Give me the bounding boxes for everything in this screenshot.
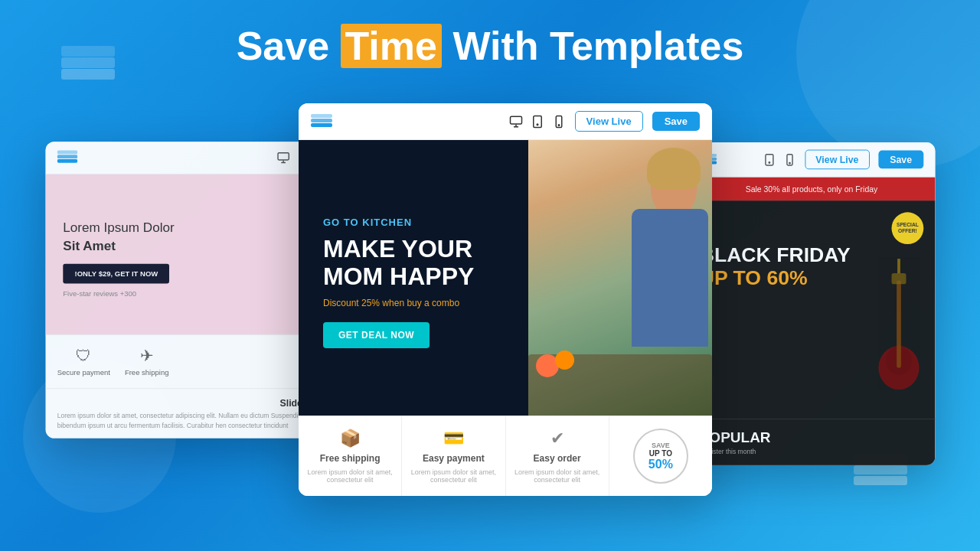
svg-rect-11 xyxy=(311,114,332,118)
right-view-live-button[interactable]: View Live xyxy=(805,150,870,170)
desktop-icon-left xyxy=(277,152,290,165)
left-feature-shipping: ✈ Free shipping xyxy=(125,347,169,377)
feature-order-sub: Lorem ipsum dolor sit amet, consectetur … xyxy=(514,468,601,484)
left-feature-secure: 🛡 Secure payment xyxy=(57,347,110,377)
highlight-word: Time xyxy=(341,24,442,68)
left-toolbar-logo xyxy=(57,149,82,167)
svg-rect-5 xyxy=(57,151,78,155)
svg-point-23 xyxy=(789,162,789,163)
save-word: SAVE xyxy=(652,442,670,449)
payment-icon: 💳 xyxy=(443,429,464,448)
percent-value: 50% xyxy=(648,458,673,471)
svg-point-14 xyxy=(537,124,538,126)
left-card-toolbar xyxy=(46,142,322,174)
right-card-popular: POPULAR Register this month xyxy=(688,419,936,465)
svg-rect-9 xyxy=(311,123,332,127)
slide-text: Lorem ipsum dolor sit amet, consectetur … xyxy=(57,412,311,430)
feature-shipping-label: Free shipping xyxy=(320,453,381,464)
template-card-left: Lorem Ipsum Dolor Sit Amet !ONLY $29, GE… xyxy=(46,142,322,439)
right-save-button[interactable]: Save xyxy=(878,151,923,169)
svg-rect-6 xyxy=(278,153,289,160)
svg-rect-12 xyxy=(510,116,521,124)
desktop-icon xyxy=(509,115,523,129)
center-features-bar: 📦 Free shipping Lorem ipsum dolor sit am… xyxy=(299,416,712,496)
feature-payment-sub: Lorem ipsum dolor sit amet, consectetur … xyxy=(410,468,497,484)
center-hero-text: GO TO KITCHEN MAKE YOUR MOM HAPPY Discou… xyxy=(299,140,528,416)
svg-rect-10 xyxy=(311,119,332,122)
center-toolbar-icons xyxy=(509,115,566,129)
feature-order-label: Easy order xyxy=(534,453,581,464)
right-card-toolbar: View Live Save xyxy=(688,142,936,178)
svg-rect-0 xyxy=(61,69,115,80)
center-hero-image xyxy=(528,140,712,416)
plane-icon: ✈ xyxy=(140,347,153,366)
shipping-icon: 📦 xyxy=(340,429,361,448)
template-card-right: View Live Save Sale 30% all products, on… xyxy=(688,142,936,465)
feature-save-badge: SAVE UP TO 50% xyxy=(609,416,712,496)
tablet-icon-right xyxy=(763,153,776,166)
special-text: SPECIAL xyxy=(897,223,919,228)
center-hero-discount: Discount 25% when buy a combo xyxy=(323,298,510,308)
mobile-icon xyxy=(552,115,566,129)
up-to-text: UP TO xyxy=(649,449,672,458)
guitar-icon xyxy=(859,252,936,397)
svg-point-21 xyxy=(769,161,769,162)
offer-text: OFFER! xyxy=(898,228,917,233)
feature-payment-label: Easy payment xyxy=(423,453,485,464)
left-card-hero: Lorem Ipsum Dolor Sit Amet !ONLY $29, GE… xyxy=(46,174,322,334)
feature-order: ✔ Easy order Lorem ipsum dolor sit amet,… xyxy=(506,416,609,496)
left-card-features: 🛡 Secure payment ✈ Free shipping xyxy=(46,334,322,388)
bf-percent: 60% xyxy=(766,266,807,289)
page-title-section: Save Time With Templates xyxy=(0,0,980,68)
svg-rect-4 xyxy=(57,155,78,158)
left-hero-title: Lorem Ipsum Dolor Sit Amet xyxy=(63,219,304,256)
center-hero-subtitle: GO TO KITCHEN xyxy=(323,217,510,228)
template-card-center: View Live Save GO TO KITCHEN MAKE YOUR M… xyxy=(299,103,712,496)
left-feature-secure-label: Secure payment xyxy=(57,369,110,377)
tablet-icon xyxy=(531,115,544,129)
order-icon: ✔ xyxy=(550,429,564,448)
svg-point-16 xyxy=(558,124,560,126)
left-hero-cta-button[interactable]: !ONLY $29, GET IT NOW xyxy=(63,264,169,284)
svg-rect-3 xyxy=(57,159,78,163)
svg-rect-26 xyxy=(897,281,901,368)
center-toolbar-logo xyxy=(311,112,337,131)
page-heading: Save Time With Templates xyxy=(0,24,980,68)
left-card-slide: Slide 1 Lorem ipsum dolor sit amet, cons… xyxy=(46,388,322,439)
special-offer-badge: SPECIAL OFFER! xyxy=(892,212,924,244)
feature-shipping: 📦 Free shipping Lorem ipsum dolor sit am… xyxy=(299,416,402,496)
cards-container: Lorem Ipsum Dolor Sit Amet !ONLY $29, GE… xyxy=(0,103,980,496)
right-card-sale-header: Sale 30% all products, only on Friday xyxy=(688,178,936,201)
center-save-button[interactable]: Save xyxy=(652,112,700,131)
left-hero-reviews: Five-star reviews +300 xyxy=(63,289,304,297)
svg-rect-27 xyxy=(892,273,906,284)
popular-subtitle: Register this month xyxy=(700,448,924,455)
feature-shipping-sub: Lorem ipsum dolor sit amet, consectetur … xyxy=(306,468,394,484)
right-toolbar-icons xyxy=(763,153,796,166)
center-hero-section: GO TO KITCHEN MAKE YOUR MOM HAPPY Discou… xyxy=(299,140,712,416)
popular-title: POPULAR xyxy=(700,429,924,446)
feature-payment: 💳 Easy payment Lorem ipsum dolor sit ame… xyxy=(402,416,505,496)
center-view-live-button[interactable]: View Live xyxy=(575,111,643,132)
center-hero-title: MAKE YOUR MOM HAPPY xyxy=(323,236,510,289)
center-card-toolbar: View Live Save xyxy=(299,103,712,140)
center-hero-cta-button[interactable]: GET DEAL NOW xyxy=(323,322,430,348)
slide-title: Slide 1 xyxy=(57,398,311,409)
mobile-icon-right xyxy=(783,153,796,166)
save-badge: SAVE UP TO 50% xyxy=(633,429,688,484)
right-card-body: SPECIAL OFFER! BLACK FRIDAY UP TO 60% xyxy=(688,201,936,419)
shield-icon: 🛡 xyxy=(76,347,92,366)
left-feature-shipping-label: Free shipping xyxy=(125,369,169,377)
